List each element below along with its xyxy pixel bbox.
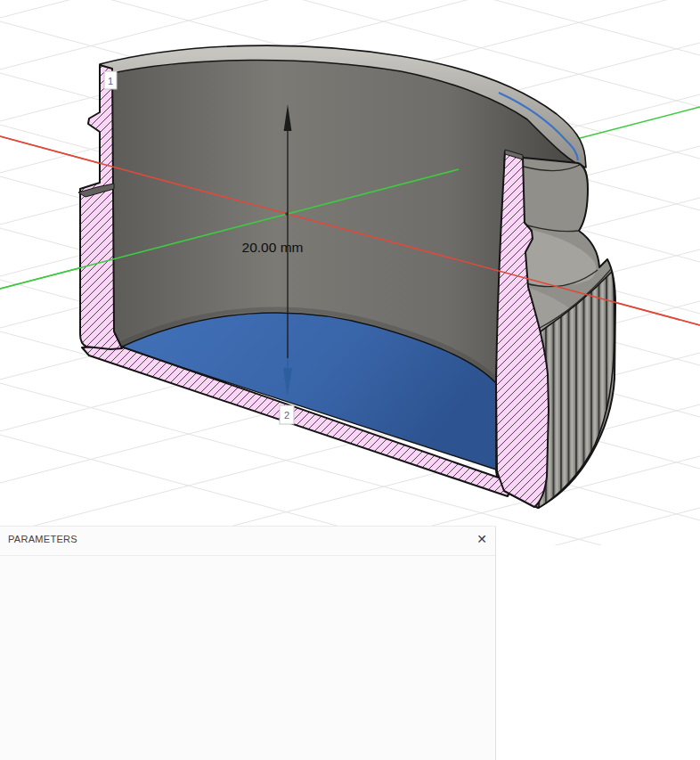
close-icon[interactable]: ✕ — [476, 531, 487, 547]
parameters-dialog[interactable]: PARAMETERS ✕ fx fx ★ + ✓ Automat — [0, 526, 496, 760]
section-marker-1[interactable]: 1 — [104, 71, 117, 89]
section-marker-2[interactable]: 2 — [280, 405, 294, 424]
marker-1-label: 1 — [108, 76, 113, 86]
marker-2-label: 2 — [284, 410, 289, 421]
parameters-titlebar[interactable]: PARAMETERS ✕ — [0, 527, 495, 556]
panel-title: PARAMETERS — [8, 534, 77, 544]
dimension-label: 20.00 mm — [242, 240, 304, 255]
fusion-canvas: 20.00 mm 1 2 PARAMETERS ✕ fx fx ★ + — [0, 0, 700, 760]
